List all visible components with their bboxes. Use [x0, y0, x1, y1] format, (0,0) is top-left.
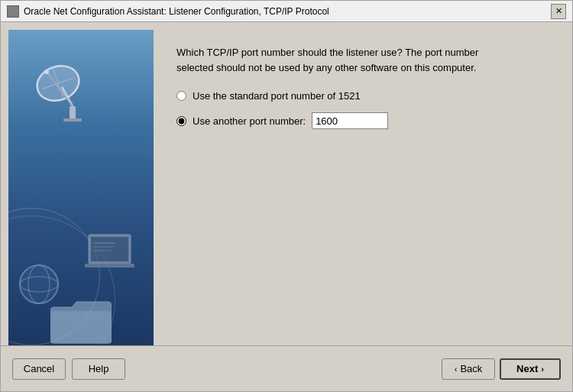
- sidebar-image: [8, 30, 154, 345]
- title-bar: Oracle Net Configuration Assistant: List…: [1, 1, 572, 22]
- standard-port-radio[interactable]: [176, 91, 186, 101]
- footer: Cancel Help ‹ Back Next ›: [1, 345, 572, 391]
- folder-icon: [50, 300, 112, 345]
- svg-point-18: [20, 265, 58, 303]
- radio-group: Use the standard port number of 1521 Use…: [176, 90, 549, 129]
- another-port-radio[interactable]: [176, 116, 186, 126]
- help-button[interactable]: Help: [72, 358, 125, 380]
- svg-rect-10: [91, 237, 128, 261]
- main-window: Oracle Net Configuration Assistant: List…: [0, 0, 573, 392]
- back-arrow-icon: ‹: [455, 364, 458, 374]
- footer-right-buttons: ‹ Back Next ›: [442, 358, 561, 380]
- svg-rect-11: [85, 264, 134, 267]
- footer-left-buttons: Cancel Help: [12, 358, 125, 380]
- back-button[interactable]: ‹ Back: [442, 358, 495, 380]
- another-port-label[interactable]: Use another port number:: [193, 115, 306, 127]
- cancel-button[interactable]: Cancel: [12, 358, 66, 380]
- next-button[interactable]: Next ›: [500, 358, 561, 380]
- svg-rect-19: [50, 311, 112, 343]
- title-bar-left: Oracle Net Configuration Assistant: List…: [7, 5, 329, 18]
- svg-rect-1: [63, 118, 82, 121]
- standard-port-label[interactable]: Use the standard port number of 1521: [193, 90, 361, 102]
- radio-item-another: Use another port number:: [176, 112, 549, 129]
- close-button[interactable]: ✕: [551, 4, 566, 19]
- next-arrow-icon: ›: [541, 364, 544, 374]
- description-text: Which TCP/IP port number should the list…: [176, 45, 482, 75]
- content-area: Which TCP/IP port number should the list…: [154, 22, 572, 345]
- laptop-icon: [85, 231, 146, 277]
- port-number-input[interactable]: [312, 112, 388, 129]
- window-body: Which TCP/IP port number should the list…: [1, 22, 572, 391]
- window-title: Oracle Net Configuration Assistant: List…: [24, 6, 329, 17]
- satellite-icon: [31, 45, 115, 129]
- svg-point-8: [44, 70, 49, 74]
- radio-item-standard: Use the standard port number of 1521: [176, 90, 549, 102]
- app-icon: [7, 5, 19, 18]
- main-content: Which TCP/IP port number should the list…: [1, 22, 572, 345]
